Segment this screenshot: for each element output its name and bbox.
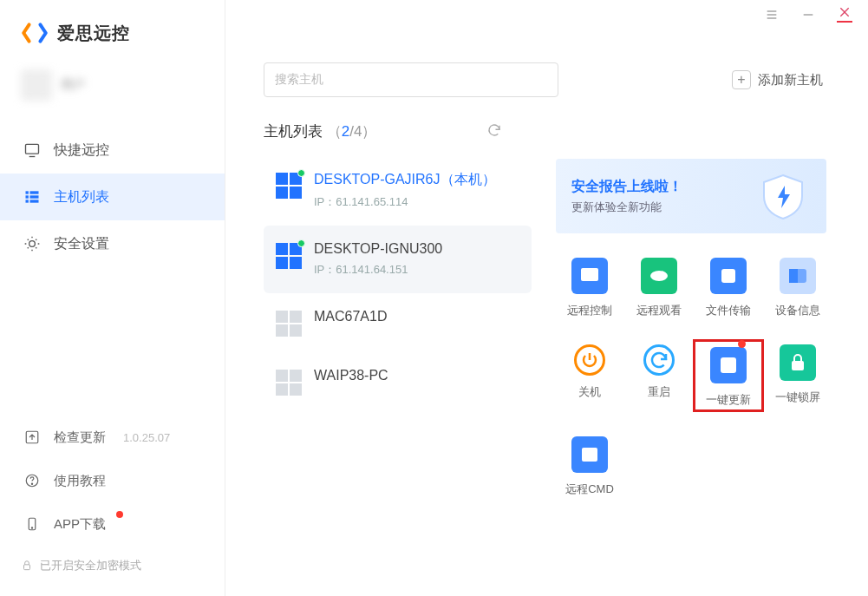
svg-point-19 xyxy=(31,527,32,528)
svg-rect-30 xyxy=(582,448,597,462)
monitor-icon xyxy=(23,141,42,160)
svg-rect-8 xyxy=(26,191,29,193)
check-update-link[interactable]: 检查更新 1.0.25.07 xyxy=(0,416,225,459)
tutorial-link[interactable]: 使用教程 xyxy=(0,459,225,502)
app-download-link[interactable]: APP下载 xyxy=(0,502,225,546)
svg-rect-20 xyxy=(24,565,30,570)
update-icon xyxy=(710,347,747,383)
nav-label: 主机列表 xyxy=(54,188,109,206)
nav-label: 安全设置 xyxy=(54,235,109,253)
action-label: 远程CMD xyxy=(565,481,614,497)
svg-rect-10 xyxy=(26,195,29,198)
svg-rect-6 xyxy=(26,144,39,154)
host-name: WAIP38-PC xyxy=(314,368,388,383)
refresh-button[interactable] xyxy=(486,122,502,141)
action-label: 设备信息 xyxy=(775,303,820,318)
add-host-label: 添加新主机 xyxy=(758,72,823,88)
version-text: 1.0.25.07 xyxy=(123,431,170,444)
windows-icon xyxy=(276,243,302,269)
action-power[interactable]: 关机 xyxy=(556,344,623,410)
terminal-icon xyxy=(571,436,608,473)
action-transfer[interactable]: 文件传输 xyxy=(695,258,762,318)
host-item[interactable]: DESKTOP-GAJIR6J（本机） IP：61.141.65.114 xyxy=(264,155,532,226)
action-label: 一键更新 xyxy=(706,392,751,408)
lock-icon xyxy=(21,560,33,572)
restart-icon xyxy=(643,344,675,376)
avatar xyxy=(21,69,52,101)
action-label: 关机 xyxy=(578,384,601,400)
windows-icon xyxy=(276,173,302,199)
banner-title: 安全报告上线啦！ xyxy=(571,178,682,196)
notification-dot-icon xyxy=(116,511,123,518)
link-label: 检查更新 xyxy=(54,429,106,446)
host-item[interactable]: MAC67A1D xyxy=(264,293,532,352)
list-icon xyxy=(23,187,42,206)
action-label: 文件传输 xyxy=(706,303,751,318)
eye-icon xyxy=(641,258,677,294)
nav-quick-remote[interactable]: 快捷远控 xyxy=(0,127,225,174)
action-eye[interactable]: 远程观看 xyxy=(625,258,693,318)
action-info-card[interactable]: 设备信息 xyxy=(764,258,832,318)
action-terminal[interactable]: 远程CMD xyxy=(556,436,623,497)
search-input[interactable]: 搜索主机 xyxy=(264,62,558,97)
svg-rect-9 xyxy=(30,191,39,193)
windows-icon xyxy=(276,311,302,337)
main: 搜索主机 + 添加新主机 主机列表 （2/4） DESKTOP-GAJIR6J（… xyxy=(225,0,868,596)
svg-rect-26 xyxy=(790,270,797,282)
svg-rect-13 xyxy=(30,200,39,202)
nav-security[interactable]: 安全设置 xyxy=(0,220,225,267)
host-item[interactable]: WAIP38-PC xyxy=(264,352,532,411)
shield-bolt-icon xyxy=(757,170,809,222)
link-label: APP下载 xyxy=(54,516,106,533)
shield-gear-icon xyxy=(23,234,42,253)
detail-panel: 安全报告上线啦！ 更新体验全新功能 远程控制 远程观看 文件传输 设备信息 关机… xyxy=(556,155,832,497)
link-label: 使用教程 xyxy=(54,473,106,489)
host-name: MAC67A1D xyxy=(314,309,387,324)
nav-host-list[interactable]: 主机列表 xyxy=(0,174,225,220)
plus-icon: + xyxy=(732,70,751,89)
action-label: 一键锁屏 xyxy=(775,390,820,405)
action-update[interactable]: 一键更新 xyxy=(693,339,764,412)
host-ip: IP：61.141.64.151 xyxy=(314,262,442,278)
online-dot-icon xyxy=(297,239,305,247)
list-count: （2/4） xyxy=(327,123,377,140)
action-restart[interactable]: 重启 xyxy=(625,344,693,410)
phone-icon xyxy=(23,514,42,534)
host-ip: IP：61.141.65.114 xyxy=(314,194,496,210)
logo-icon xyxy=(21,19,49,47)
add-host-button[interactable]: + 添加新主机 xyxy=(732,70,823,89)
notification-dot-icon xyxy=(738,340,746,348)
action-lock[interactable]: 一键锁屏 xyxy=(764,344,832,410)
action-label: 远程观看 xyxy=(636,303,682,318)
banner-subtitle: 更新体验全新功能 xyxy=(571,200,682,215)
help-icon xyxy=(23,471,42,490)
sidebar: 爱思远控 用户 快捷远控 主机列表 安全设置 xyxy=(0,0,225,596)
lock-icon xyxy=(780,344,816,381)
list-title: 主机列表 （2/4） xyxy=(264,121,376,141)
svg-point-29 xyxy=(797,364,799,367)
app-logo: 爱思远控 xyxy=(0,0,225,62)
sidebar-bottom: 检查更新 1.0.25.07 使用教程 APP下载 已开启安全加密模式 xyxy=(0,416,225,586)
action-screen-arrow[interactable]: 远程控制 xyxy=(556,258,623,318)
nav-label: 快捷远控 xyxy=(54,141,109,160)
svg-point-23 xyxy=(656,273,662,278)
svg-rect-11 xyxy=(30,195,39,198)
app-name: 爱思远控 xyxy=(57,22,130,45)
windows-icon xyxy=(276,370,302,396)
screen-arrow-icon xyxy=(571,258,608,294)
transfer-icon xyxy=(710,258,747,294)
host-list: DESKTOP-GAJIR6J（本机） IP：61.141.65.114 DES… xyxy=(264,155,532,497)
security-report-banner[interactable]: 安全报告上线啦！ 更新体验全新功能 xyxy=(556,159,826,233)
secure-mode-text: 已开启安全加密模式 xyxy=(40,558,141,573)
svg-rect-24 xyxy=(721,269,735,283)
search-placeholder: 搜索主机 xyxy=(275,72,323,88)
host-name: DESKTOP-GAJIR6J（本机） xyxy=(314,171,496,189)
action-label: 重启 xyxy=(648,384,670,400)
host-name: DESKTOP-IGNU300 xyxy=(314,241,442,257)
user-profile[interactable]: 用户 xyxy=(0,62,225,116)
svg-point-17 xyxy=(31,483,32,484)
host-item[interactable]: DESKTOP-IGNU300 IP：61.141.64.151 xyxy=(264,226,532,293)
nav: 快捷远控 主机列表 安全设置 xyxy=(0,127,225,267)
svg-rect-12 xyxy=(26,200,29,202)
secure-mode-badge: 已开启安全加密模式 xyxy=(0,546,225,586)
